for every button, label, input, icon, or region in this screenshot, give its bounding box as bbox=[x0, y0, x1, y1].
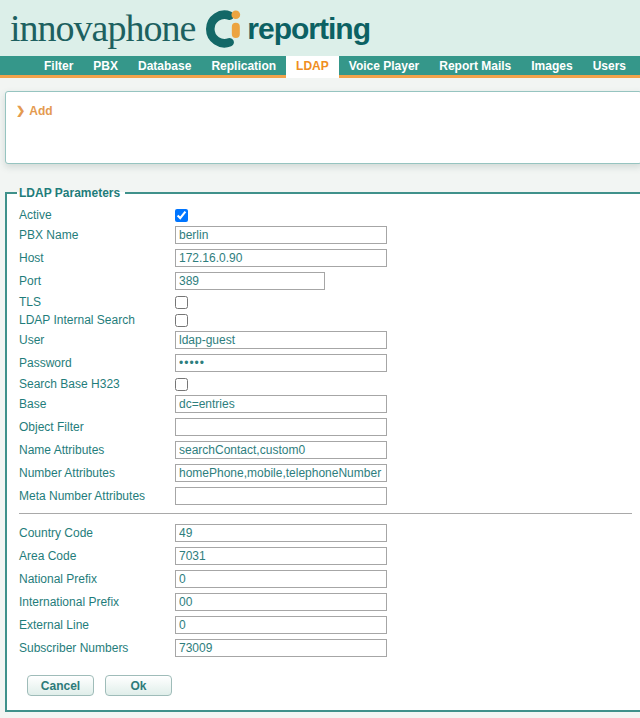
field-row-external-line: External Line bbox=[15, 616, 632, 634]
international-prefix-input[interactable] bbox=[175, 593, 387, 611]
field-row-international-prefix: International Prefix bbox=[15, 593, 632, 611]
ldap-internal-search-checkbox[interactable] bbox=[175, 314, 188, 327]
number-attributes-label: Number Attributes bbox=[19, 466, 175, 480]
object-filter-input[interactable] bbox=[175, 418, 387, 436]
innovaphone-phone-icon bbox=[204, 6, 242, 52]
subscriber-numbers-label: Subscriber Numbers bbox=[19, 641, 175, 655]
area-code-input[interactable] bbox=[175, 547, 387, 565]
field-row-national-prefix: National Prefix bbox=[15, 570, 632, 588]
user-label: User bbox=[19, 333, 175, 347]
field-row-country-code: Country Code bbox=[15, 524, 632, 542]
national-prefix-input[interactable] bbox=[175, 570, 387, 588]
field-row-name-attributes: Name Attributes bbox=[15, 441, 632, 459]
field-row-subscriber-numbers: Subscriber Numbers bbox=[15, 639, 632, 657]
name-attributes-input[interactable] bbox=[175, 441, 387, 459]
field-row-port: Port bbox=[15, 272, 632, 290]
nav-tab-ldap[interactable]: LDAP bbox=[286, 56, 339, 78]
field-row-ldap-internal-search: LDAP Internal Search bbox=[15, 313, 632, 327]
country-code-label: Country Code bbox=[19, 526, 175, 540]
cancel-button[interactable]: Cancel bbox=[27, 675, 94, 696]
pbx-name-label: PBX Name bbox=[19, 228, 175, 242]
country-code-input[interactable] bbox=[175, 524, 387, 542]
nav-tab-voice-player[interactable]: Voice Player bbox=[339, 56, 430, 75]
nav-tab-users[interactable]: Users bbox=[583, 56, 636, 75]
international-prefix-label: International Prefix bbox=[19, 595, 175, 609]
password-label: Password bbox=[19, 356, 175, 370]
brand-logo-text: innovaphone bbox=[10, 9, 195, 47]
ok-button[interactable]: Ok bbox=[105, 675, 172, 696]
field-row-password: Password bbox=[15, 354, 632, 372]
add-ldap-link[interactable]: ❯ Add bbox=[16, 104, 53, 118]
field-row-number-attributes: Number Attributes bbox=[15, 464, 632, 482]
subscriber-numbers-input[interactable] bbox=[175, 639, 387, 657]
field-row-object-filter: Object Filter bbox=[15, 418, 632, 436]
add-link-label: Add bbox=[29, 104, 52, 118]
nav-tab-report-mails[interactable]: Report Mails bbox=[429, 56, 521, 75]
field-row-base: Base bbox=[15, 395, 632, 413]
section-divider bbox=[19, 513, 632, 514]
main-nav: Filter PBX Database Replication LDAP Voi… bbox=[0, 56, 640, 78]
fieldset-legend: LDAP Parameters bbox=[17, 186, 125, 200]
field-row-meta-number-attributes: Meta Number Attributes bbox=[15, 487, 632, 505]
host-input[interactable] bbox=[175, 249, 387, 267]
nav-tab-database[interactable]: Database bbox=[128, 56, 201, 75]
field-row-active: Active bbox=[15, 208, 632, 222]
base-input[interactable] bbox=[175, 395, 387, 413]
ldap-list-panel: ❯ Add bbox=[5, 91, 640, 164]
chevron-right-icon: ❯ bbox=[16, 105, 25, 116]
field-row-area-code: Area Code bbox=[15, 547, 632, 565]
password-input[interactable] bbox=[175, 354, 387, 372]
host-label: Host bbox=[19, 251, 175, 265]
national-prefix-label: National Prefix bbox=[19, 572, 175, 586]
nav-tab-pbx[interactable]: PBX bbox=[83, 56, 128, 75]
tls-checkbox[interactable] bbox=[175, 296, 188, 309]
tls-label: TLS bbox=[19, 295, 175, 309]
nav-tab-replication[interactable]: Replication bbox=[201, 56, 286, 75]
search-base-h323-label: Search Base H323 bbox=[19, 377, 175, 391]
user-input[interactable] bbox=[175, 331, 387, 349]
search-base-h323-checkbox[interactable] bbox=[175, 378, 188, 391]
external-line-input[interactable] bbox=[175, 616, 387, 634]
ldap-internal-search-label: LDAP Internal Search bbox=[19, 313, 175, 327]
meta-number-attributes-input[interactable] bbox=[175, 487, 387, 505]
field-row-host: Host bbox=[15, 249, 632, 267]
external-line-label: External Line bbox=[19, 618, 175, 632]
pbx-name-input[interactable] bbox=[175, 226, 387, 244]
ldap-parameters-fieldset: LDAP Parameters Active PBX Name Host Por… bbox=[5, 186, 640, 712]
form-actions: Cancel Ok bbox=[15, 675, 632, 696]
field-row-tls: TLS bbox=[15, 295, 632, 309]
field-row-search-base-h323: Search Base H323 bbox=[15, 377, 632, 391]
object-filter-label: Object Filter bbox=[19, 420, 175, 434]
base-label: Base bbox=[19, 397, 175, 411]
field-row-pbx-name: PBX Name bbox=[15, 226, 632, 244]
app-header: innovaphone reporting bbox=[0, 0, 640, 56]
port-input[interactable] bbox=[175, 272, 325, 290]
port-label: Port bbox=[19, 274, 175, 288]
nav-tab-images[interactable]: Images bbox=[521, 56, 582, 75]
name-attributes-label: Name Attributes bbox=[19, 443, 175, 457]
nav-tab-filter[interactable]: Filter bbox=[34, 56, 83, 75]
number-attributes-input[interactable] bbox=[175, 464, 387, 482]
area-code-label: Area Code bbox=[19, 549, 175, 563]
field-row-user: User bbox=[15, 331, 632, 349]
meta-number-attributes-label: Meta Number Attributes bbox=[19, 489, 175, 503]
active-checkbox[interactable] bbox=[175, 209, 188, 222]
product-logo-text: reporting bbox=[247, 12, 370, 46]
active-label: Active bbox=[19, 208, 175, 222]
